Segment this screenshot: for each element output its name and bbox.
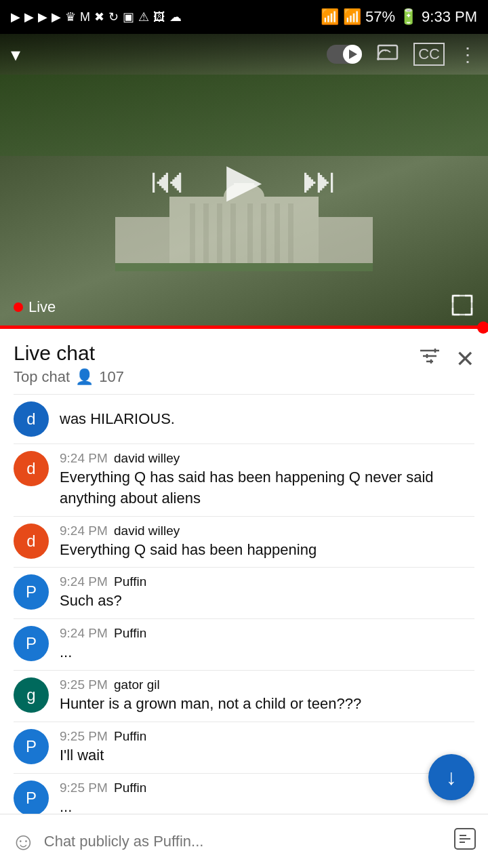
chat-message-row: P 9:24 PM Puffin Such as? xyxy=(0,568,488,618)
chat-message-row: P 9:25 PM Puffin I'll wait xyxy=(0,722,488,773)
app-icon-12: ☁ xyxy=(169,9,182,24)
livechat-header-actions: ✕ xyxy=(418,341,474,373)
fullscreen-button[interactable] xyxy=(450,293,474,322)
captions-button[interactable]: CC xyxy=(413,43,445,66)
send-button[interactable] xyxy=(453,827,477,856)
chat-messages: d was HILARIOUS. d 9:24 PM david willey … xyxy=(0,395,488,868)
status-bar: ▶ ▶ ▶ ▶ ♛ M ✖ ↻ ▣ ⚠ 🖼 ☁ 📶 📶 57% 🔋 9:33 P… xyxy=(0,0,488,34)
message-text: ... xyxy=(60,642,474,663)
message-meta: 9:25 PM gator gil xyxy=(60,677,474,692)
scroll-to-bottom-button[interactable]: ↓ xyxy=(428,754,474,800)
live-label: Live xyxy=(28,298,56,316)
username: gator gil xyxy=(114,677,160,692)
message-meta: 9:25 PM Puffin xyxy=(60,729,474,744)
wifi-icon: 📶 xyxy=(321,8,339,26)
play-pause-button[interactable]: ▶ xyxy=(226,153,262,207)
cast-button[interactable] xyxy=(375,43,400,66)
avatar: d xyxy=(14,524,49,559)
prev-button[interactable]: ⏮ xyxy=(150,159,186,200)
viewer-count: 107 xyxy=(99,368,124,386)
video-bottom-bar: Live xyxy=(0,289,488,326)
message-meta: 9:24 PM Puffin xyxy=(60,626,474,641)
app-icon-1: ▶ xyxy=(11,9,20,24)
message-meta: 9:24 PM Puffin xyxy=(60,574,474,589)
message-meta: 9:24 PM david willey xyxy=(60,451,474,466)
svg-rect-12 xyxy=(319,217,373,264)
chat-message-row: d 9:24 PM david willey Everything Q has … xyxy=(0,444,488,516)
chat-message-truncated: d was HILARIOUS. xyxy=(0,395,488,443)
app-icon-11: 🖼 xyxy=(153,10,165,24)
chat-message-row: P 9:24 PM Puffin ... xyxy=(0,619,488,670)
progress-scrubber[interactable] xyxy=(477,321,488,334)
message-meta: 9:25 PM Puffin xyxy=(60,781,474,795)
username: Puffin xyxy=(114,574,146,589)
emoji-button[interactable]: ☺ xyxy=(11,827,36,856)
app-icon-7: ✖ xyxy=(94,9,104,24)
message-content: 9:25 PM Puffin ... xyxy=(60,781,474,818)
svg-point-15 xyxy=(377,58,380,60)
avatar: d xyxy=(14,401,49,437)
app-icon-10: ⚠ xyxy=(138,9,149,24)
video-progress-bar[interactable] xyxy=(0,326,488,329)
chat-message-row: d 9:24 PM david willey Everything Q said… xyxy=(0,517,488,568)
top-chat-label[interactable]: Top chat xyxy=(14,368,70,386)
message-text: was HILARIOUS. xyxy=(60,409,474,430)
avatar: P xyxy=(14,626,49,661)
battery-percent: 57% xyxy=(365,8,395,26)
message-text: Hunter is a grown man, not a child or te… xyxy=(60,694,474,715)
more-options-button[interactable]: ⋮ xyxy=(458,43,477,66)
message-content: 9:24 PM Puffin ... xyxy=(60,626,474,663)
app-icon-6: M xyxy=(80,10,90,24)
app-icon-3: ▶ xyxy=(38,9,47,24)
status-icons-left: ▶ ▶ ▶ ▶ ♛ M ✖ ↻ ▣ ⚠ 🖼 ☁ xyxy=(11,9,182,24)
avatar: P xyxy=(14,574,49,610)
message-content: 9:24 PM Puffin Such as? xyxy=(60,574,474,612)
livechat-section: Live chat Top chat 👤 107 ✕ xyxy=(0,329,488,868)
video-top-controls: ▾ CC ⋮ xyxy=(0,34,488,75)
username: Puffin xyxy=(114,729,146,743)
message-meta: 9:24 PM david willey xyxy=(60,524,474,538)
arrow-down-icon: ↓ xyxy=(446,765,457,790)
livechat-title: Live chat xyxy=(14,341,124,366)
status-indicators-right: 📶 📶 57% 🔋 9:33 PM xyxy=(321,8,477,26)
message-text: I'll wait xyxy=(60,745,474,766)
person-icon: 👤 xyxy=(75,368,94,386)
battery-icon: 🔋 xyxy=(399,8,418,26)
livechat-subtitle: Top chat 👤 107 xyxy=(14,368,124,386)
progress-fill xyxy=(0,326,479,329)
svg-rect-5 xyxy=(217,203,222,264)
filter-button[interactable] xyxy=(418,344,442,373)
avatar: g xyxy=(14,677,49,713)
collapse-button[interactable]: ▾ xyxy=(11,43,20,66)
svg-rect-7 xyxy=(247,203,253,264)
video-player[interactable]: ▾ CC ⋮ ⏮ ▶ ⏭ xyxy=(0,34,488,326)
app-icon-4: ▶ xyxy=(52,9,61,24)
next-button[interactable]: ⏭ xyxy=(302,159,338,200)
message-content: 9:24 PM david willey Everything Q said h… xyxy=(60,524,474,561)
app-icon-8: ↻ xyxy=(108,9,119,24)
message-content: 9:25 PM gator gil Hunter is a grown man,… xyxy=(60,677,474,715)
avatar: d xyxy=(14,451,49,486)
app-icon-2: ▶ xyxy=(24,9,34,24)
chat-message-row: g 9:25 PM gator gil Hunter is a grown ma… xyxy=(0,671,488,722)
app-icon-5: ♛ xyxy=(65,9,76,24)
avatar: P xyxy=(14,729,49,764)
svg-rect-4 xyxy=(203,203,209,264)
signal-icon: 📶 xyxy=(343,8,361,26)
svg-rect-11 xyxy=(115,217,169,264)
app-icon-9: ▣ xyxy=(123,9,134,24)
svg-rect-9 xyxy=(274,203,280,264)
chat-input[interactable] xyxy=(44,833,445,850)
svg-rect-3 xyxy=(190,203,195,264)
svg-rect-10 xyxy=(288,203,293,264)
close-chat-button[interactable]: ✕ xyxy=(455,345,474,372)
username: Puffin xyxy=(114,781,146,795)
playback-controls: ⏮ ▶ ⏭ xyxy=(150,153,338,207)
svg-rect-8 xyxy=(261,203,266,264)
autoplay-toggle[interactable] xyxy=(327,45,362,64)
chat-input-bar: ☺ xyxy=(0,814,488,868)
live-indicator xyxy=(14,302,23,312)
username: Puffin xyxy=(114,626,146,640)
username: david willey xyxy=(114,451,180,465)
message-content: 9:24 PM david willey Everything Q has sa… xyxy=(60,451,474,509)
